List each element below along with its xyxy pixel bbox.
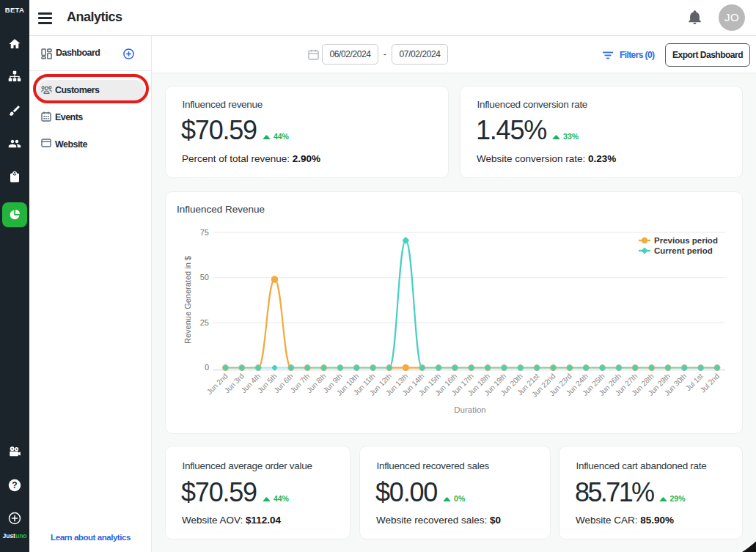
svg-text:25: 25 (200, 318, 209, 327)
svg-text:?: ? (12, 480, 17, 490)
svg-text:Previous period: Previous period (654, 236, 718, 245)
svg-text:Duration: Duration (454, 405, 485, 414)
svg-text:Jul 2nd: Jul 2nd (699, 372, 721, 394)
svg-text:Current period: Current period (654, 246, 713, 255)
svg-text:0: 0 (205, 363, 209, 372)
svg-text:50: 50 (200, 273, 209, 281)
svg-text:75: 75 (200, 228, 209, 237)
svg-text:Revenue Generated in $: Revenue Generated in $ (183, 256, 192, 344)
